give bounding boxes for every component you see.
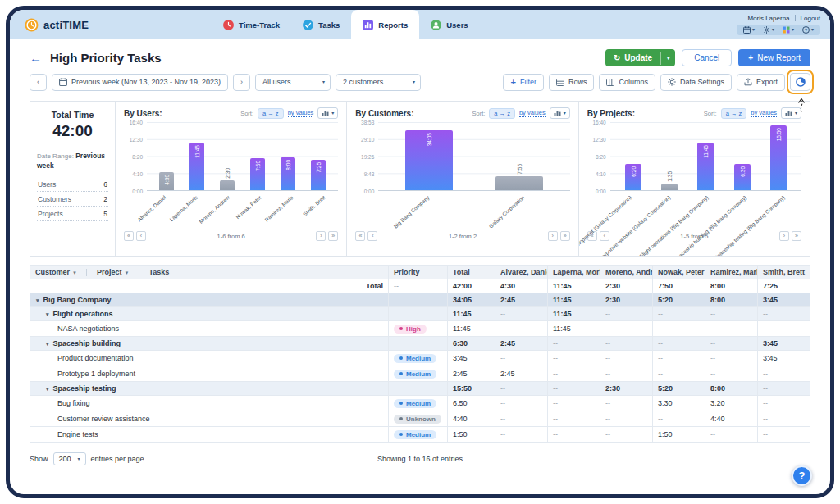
table-cell: --: [705, 337, 758, 351]
collapse-chevron-icon[interactable]: ▾: [46, 341, 49, 347]
tab-users[interactable]: Users: [419, 10, 479, 39]
chart-bar[interactable]: 7:55: [495, 176, 543, 190]
table-row-task[interactable]: Customer review assistanceUnknown4:40---…: [30, 411, 810, 427]
table-cell: --: [495, 427, 548, 443]
sort-mode-toggle[interactable]: a → z: [721, 108, 747, 119]
integrations-menu[interactable]: ▾: [783, 26, 794, 34]
tab-tasks[interactable]: Tasks: [291, 10, 351, 39]
next-page-button[interactable]: ›: [779, 231, 789, 241]
table-row-task[interactable]: Engine testsMedium1:50------1:50----: [30, 427, 810, 443]
brand-logo: actiTIME: [25, 10, 89, 39]
table-row-task[interactable]: Prototype 1 deploymentMedium2:452:45----…: [30, 366, 810, 382]
table-cell: --: [600, 396, 653, 411]
chart-type-select[interactable]: ▾: [550, 107, 570, 119]
chart-bar[interactable]: 15:50: [770, 125, 787, 190]
table-cell: 4:40: [448, 411, 495, 427]
new-report-label: New Report: [757, 53, 801, 62]
logout-link[interactable]: Logout: [801, 15, 820, 22]
back-arrow-icon[interactable]: ←: [30, 52, 42, 64]
first-page-button[interactable]: «: [124, 231, 134, 241]
table-row-task[interactable]: NASA negotiationsHigh11:45--11:45-------…: [30, 321, 810, 337]
date-range-button[interactable]: Previous week (Nov 13, 2023 - Nov 19, 20…: [52, 74, 228, 91]
next-page-button[interactable]: ›: [316, 231, 326, 241]
table-header-row: Customer▼ Project▼ Tasks Priority Total …: [30, 266, 810, 279]
sort-by-values-link[interactable]: by values: [519, 109, 546, 117]
page-size-select[interactable]: 200 ▾: [53, 452, 86, 465]
table-row-task[interactable]: Bug fixingMedium6:50------3:303:20--: [30, 396, 810, 411]
table-cell: Product documentation: [30, 351, 389, 366]
table-cell: --: [653, 307, 705, 321]
users-filter-select[interactable]: All users ▾: [255, 74, 331, 91]
columns-button[interactable]: Columns: [599, 74, 655, 91]
table-cell: [389, 337, 448, 351]
chart-bar[interactable]: 8:00: [281, 157, 295, 190]
collapse-chevron-icon[interactable]: ▾: [46, 386, 49, 392]
chart-bar[interactable]: 6:30: [734, 164, 751, 190]
table-row-project[interactable]: ▾Flight operations11:45--11:45--------: [30, 307, 810, 321]
tab-reports[interactable]: Reports: [351, 10, 419, 39]
rows-button[interactable]: Rows: [549, 74, 595, 91]
text: --: [500, 399, 505, 407]
table-row-project[interactable]: ▾Spaceship testing15:50----2:305:208:00-…: [30, 382, 810, 396]
chart-bar[interactable]: 7:25: [311, 160, 326, 190]
first-page-button[interactable]: «: [355, 231, 365, 241]
cancel-button[interactable]: Cancel: [682, 49, 732, 66]
filter-button[interactable]: + Filter: [503, 74, 543, 91]
table-row-project[interactable]: ▾Spaceship building6:302:45--------3:45: [30, 337, 810, 351]
prev-page-button[interactable]: ‹: [368, 231, 377, 241]
chart-bar[interactable]: 34:05: [405, 130, 453, 190]
help-menu[interactable]: ? ▾: [802, 26, 814, 34]
help-button[interactable]: ?: [792, 465, 812, 486]
sort-label: Sort:: [472, 110, 486, 117]
next-period-button[interactable]: ›: [233, 74, 250, 91]
export-button[interactable]: Export: [737, 74, 785, 91]
data-settings-button[interactable]: Data Settings: [660, 74, 732, 91]
update-dropdown-caret[interactable]: ▾: [660, 52, 675, 65]
table-cell: 5:20: [653, 293, 705, 307]
bars: 4:3011:452:307:508:007:25: [152, 122, 333, 190]
update-button[interactable]: ↻Update ▾: [605, 49, 675, 66]
chart-bar[interactable]: 4:30: [159, 172, 174, 190]
chart-bar[interactable]: 11:45: [189, 143, 204, 191]
next-page-button[interactable]: ›: [548, 231, 558, 241]
table-row-total[interactable]: Total--42:004:3011:452:307:508:007:25: [30, 279, 810, 293]
table-row-task[interactable]: Product documentationMedium3:45---------…: [30, 351, 810, 366]
priority-badge: Medium: [394, 354, 436, 364]
table-cell: ▾Spaceship testing: [30, 382, 389, 396]
collapse-chevron-icon[interactable]: ▾: [46, 311, 49, 317]
prev-page-button[interactable]: ‹: [136, 231, 146, 241]
text: 12:30: [592, 137, 605, 143]
collapse-chevron-icon[interactable]: ▾: [36, 297, 39, 303]
customers-filter-select[interactable]: 2 customers ▾: [336, 74, 421, 91]
last-page-button[interactable]: »: [560, 231, 570, 241]
tab-time-track[interactable]: Time-Track: [212, 10, 291, 39]
table-row-customer[interactable]: ▾Big Bang Company34:052:4511:452:305:208…: [30, 293, 810, 307]
project-column-menu[interactable]: Project▼: [97, 268, 129, 276]
chart-bar[interactable]: 2:30: [220, 180, 235, 190]
sort-by-values-link[interactable]: by values: [751, 109, 777, 117]
text: --: [553, 370, 558, 378]
last-page-button[interactable]: »: [792, 231, 801, 241]
sort-mode-toggle[interactable]: a → z: [489, 108, 515, 119]
chart-bar[interactable]: 1:35: [661, 184, 678, 190]
calendar-menu[interactable]: ▾: [743, 26, 755, 34]
chevron-down-icon: ▾: [811, 27, 814, 32]
prev-page-button[interactable]: ‹: [600, 231, 609, 241]
chart-bar[interactable]: 6:20: [625, 164, 641, 190]
chart-type-select[interactable]: ▾: [781, 107, 801, 119]
customer-column-menu[interactable]: Customer▼: [35, 268, 77, 276]
chart-type-select[interactable]: ▾: [317, 107, 338, 119]
sort-mode-toggle[interactable]: a → z: [258, 108, 284, 119]
settings-menu[interactable]: ▾: [763, 26, 774, 34]
new-report-button[interactable]: + New Report: [738, 49, 810, 66]
main-nav: Time-Track Tasks Reports Users: [212, 10, 480, 39]
sort-by-values-link[interactable]: by values: [288, 109, 314, 117]
toggle-charts-button[interactable]: [790, 73, 810, 91]
text: --: [710, 339, 715, 347]
chart-bar[interactable]: 7:50: [250, 158, 265, 190]
prev-period-button[interactable]: ‹: [30, 74, 47, 91]
last-page-button[interactable]: »: [328, 231, 338, 241]
chart-bar[interactable]: 11:45: [697, 143, 714, 191]
priority-badge: Medium: [394, 370, 436, 379]
text: Moreno, Andrew: [211, 191, 243, 230]
